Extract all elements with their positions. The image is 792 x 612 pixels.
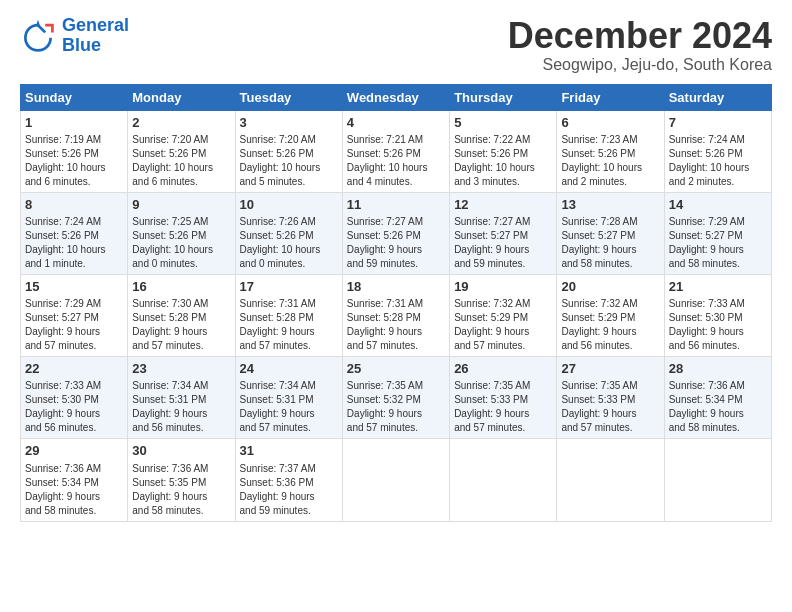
cell-line: Sunrise: 7:24 AM: [669, 133, 767, 147]
cell-line: Sunrise: 7:22 AM: [454, 133, 552, 147]
cell-line: Sunrise: 7:29 AM: [669, 215, 767, 229]
calendar-cell: [557, 439, 664, 521]
cell-line: Sunset: 5:27 PM: [454, 229, 552, 243]
cell-line: Daylight: 10 hours: [454, 161, 552, 175]
cell-line: Daylight: 9 hours: [561, 243, 659, 257]
cell-line: Sunset: 5:26 PM: [347, 147, 445, 161]
cell-line: and 4 minutes.: [347, 175, 445, 189]
calendar-cell: 21Sunrise: 7:33 AMSunset: 5:30 PMDayligh…: [664, 274, 771, 356]
calendar-cell: 29Sunrise: 7:36 AMSunset: 5:34 PMDayligh…: [21, 439, 128, 521]
cell-line: Sunset: 5:26 PM: [240, 229, 338, 243]
calendar-cell: 16Sunrise: 7:30 AMSunset: 5:28 PMDayligh…: [128, 274, 235, 356]
day-number: 4: [347, 114, 445, 132]
cell-line: Sunrise: 7:27 AM: [347, 215, 445, 229]
cell-line: Sunrise: 7:34 AM: [240, 379, 338, 393]
cell-line: and 56 minutes.: [561, 339, 659, 353]
cell-line: Sunrise: 7:32 AM: [561, 297, 659, 311]
cell-line: Daylight: 9 hours: [454, 325, 552, 339]
cell-line: Sunrise: 7:19 AM: [25, 133, 123, 147]
cell-line: Daylight: 9 hours: [240, 407, 338, 421]
day-number: 6: [561, 114, 659, 132]
cell-line: Sunset: 5:31 PM: [132, 393, 230, 407]
cell-line: Sunrise: 7:32 AM: [454, 297, 552, 311]
cell-line: Daylight: 9 hours: [132, 325, 230, 339]
calendar-cell: [664, 439, 771, 521]
day-number: 29: [25, 442, 123, 460]
header-day: Tuesday: [235, 84, 342, 110]
cell-line: and 2 minutes.: [561, 175, 659, 189]
cell-line: and 57 minutes.: [240, 421, 338, 435]
calendar-cell: 8Sunrise: 7:24 AMSunset: 5:26 PMDaylight…: [21, 192, 128, 274]
calendar-cell: 19Sunrise: 7:32 AMSunset: 5:29 PMDayligh…: [450, 274, 557, 356]
header-day: Sunday: [21, 84, 128, 110]
calendar-cell: 30Sunrise: 7:36 AMSunset: 5:35 PMDayligh…: [128, 439, 235, 521]
calendar-cell: 27Sunrise: 7:35 AMSunset: 5:33 PMDayligh…: [557, 357, 664, 439]
calendar-cell: [342, 439, 449, 521]
main-title: December 2024: [508, 16, 772, 56]
cell-line: Sunset: 5:34 PM: [25, 476, 123, 490]
week-row: 15Sunrise: 7:29 AMSunset: 5:27 PMDayligh…: [21, 274, 772, 356]
cell-line: and 0 minutes.: [240, 257, 338, 271]
cell-line: Sunrise: 7:31 AM: [347, 297, 445, 311]
calendar-cell: 22Sunrise: 7:33 AMSunset: 5:30 PMDayligh…: [21, 357, 128, 439]
cell-line: and 6 minutes.: [132, 175, 230, 189]
calendar-cell: 10Sunrise: 7:26 AMSunset: 5:26 PMDayligh…: [235, 192, 342, 274]
day-number: 3: [240, 114, 338, 132]
cell-line: Sunrise: 7:20 AM: [132, 133, 230, 147]
cell-line: Sunset: 5:31 PM: [240, 393, 338, 407]
cell-line: Daylight: 9 hours: [240, 325, 338, 339]
cell-line: Daylight: 10 hours: [561, 161, 659, 175]
cell-line: Daylight: 9 hours: [132, 490, 230, 504]
cell-line: Sunrise: 7:34 AM: [132, 379, 230, 393]
cell-line: Daylight: 9 hours: [240, 490, 338, 504]
cell-line: Sunset: 5:34 PM: [669, 393, 767, 407]
cell-line: Daylight: 10 hours: [132, 243, 230, 257]
day-number: 13: [561, 196, 659, 214]
day-number: 18: [347, 278, 445, 296]
cell-line: and 56 minutes.: [25, 421, 123, 435]
cell-line: Sunset: 5:28 PM: [132, 311, 230, 325]
day-number: 21: [669, 278, 767, 296]
cell-line: Sunrise: 7:20 AM: [240, 133, 338, 147]
cell-line: Sunset: 5:30 PM: [669, 311, 767, 325]
week-row: 8Sunrise: 7:24 AMSunset: 5:26 PMDaylight…: [21, 192, 772, 274]
cell-line: and 2 minutes.: [669, 175, 767, 189]
calendar-cell: 6Sunrise: 7:23 AMSunset: 5:26 PMDaylight…: [557, 110, 664, 192]
cell-line: and 58 minutes.: [561, 257, 659, 271]
calendar-cell: 26Sunrise: 7:35 AMSunset: 5:33 PMDayligh…: [450, 357, 557, 439]
cell-line: Daylight: 10 hours: [669, 161, 767, 175]
calendar-cell: 31Sunrise: 7:37 AMSunset: 5:36 PMDayligh…: [235, 439, 342, 521]
day-number: 10: [240, 196, 338, 214]
cell-line: Daylight: 9 hours: [25, 490, 123, 504]
cell-line: Daylight: 9 hours: [669, 243, 767, 257]
cell-line: and 57 minutes.: [347, 339, 445, 353]
day-number: 1: [25, 114, 123, 132]
calendar-cell: 20Sunrise: 7:32 AMSunset: 5:29 PMDayligh…: [557, 274, 664, 356]
day-number: 9: [132, 196, 230, 214]
cell-line: Sunset: 5:27 PM: [669, 229, 767, 243]
cell-line: Daylight: 10 hours: [347, 161, 445, 175]
calendar-cell: 13Sunrise: 7:28 AMSunset: 5:27 PMDayligh…: [557, 192, 664, 274]
cell-line: Sunrise: 7:35 AM: [454, 379, 552, 393]
day-number: 25: [347, 360, 445, 378]
header-day: Wednesday: [342, 84, 449, 110]
cell-line: Sunset: 5:26 PM: [669, 147, 767, 161]
calendar-table: SundayMondayTuesdayWednesdayThursdayFrid…: [20, 84, 772, 522]
cell-line: and 57 minutes.: [561, 421, 659, 435]
day-number: 23: [132, 360, 230, 378]
page: General Blue December 2024 Seogwipo, Jej…: [0, 0, 792, 612]
cell-line: Sunrise: 7:31 AM: [240, 297, 338, 311]
cell-line: and 1 minute.: [25, 257, 123, 271]
cell-line: Sunset: 5:26 PM: [132, 147, 230, 161]
cell-line: and 57 minutes.: [240, 339, 338, 353]
cell-line: Sunset: 5:26 PM: [25, 229, 123, 243]
cell-line: and 57 minutes.: [347, 421, 445, 435]
day-number: 26: [454, 360, 552, 378]
logo-line2: Blue: [62, 35, 101, 55]
day-number: 30: [132, 442, 230, 460]
cell-line: Sunrise: 7:37 AM: [240, 462, 338, 476]
cell-line: Sunrise: 7:33 AM: [669, 297, 767, 311]
calendar-cell: 28Sunrise: 7:36 AMSunset: 5:34 PMDayligh…: [664, 357, 771, 439]
day-number: 14: [669, 196, 767, 214]
cell-line: and 57 minutes.: [454, 339, 552, 353]
